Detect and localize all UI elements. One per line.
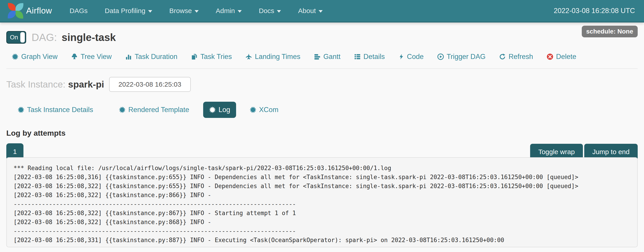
dag-tab-label: Task Duration [134, 53, 178, 61]
nav-item-dags[interactable]: DAGs [61, 0, 96, 22]
nav-item-about[interactable]: About [290, 0, 331, 22]
burst-icon [18, 107, 24, 113]
dag-view-tabs: Graph ViewTree ViewTask DurationTask Tri… [6, 53, 638, 61]
nav-item-label: About [298, 7, 316, 15]
plane-icon [245, 53, 252, 60]
dag-tab-gantt[interactable]: Gantt [314, 53, 340, 61]
nav-item-label: Data Profiling [105, 7, 146, 15]
log-line: [2022-03-08 16:25:08,322] {{taskinstance… [14, 182, 630, 191]
execution-date-input[interactable] [109, 77, 191, 92]
nav-item-label: Browse [169, 7, 192, 15]
ti-tab-label: Log [218, 106, 230, 114]
log-line: ----------------------------------------… [14, 227, 630, 236]
list-icon [354, 53, 361, 60]
dag-tab-details[interactable]: Details [354, 53, 385, 61]
chevron-down-icon [318, 10, 323, 12]
dag-name: single-task [62, 31, 116, 43]
burst-icon [250, 107, 256, 113]
refresh-icon [499, 53, 506, 60]
dag-tab-task-duration[interactable]: Task Duration [125, 53, 178, 61]
ti-tab-label: XCom [259, 106, 278, 114]
log-line: [2022-03-08 16:25:08,322] {{taskinstance… [14, 191, 630, 200]
airflow-brand-link[interactable]: Airflow [6, 1, 52, 20]
log-line: [2022-03-08 16:25:08,322] {{taskinstance… [14, 209, 630, 218]
dag-tab-label: Graph View [21, 53, 58, 61]
ti-tab-label: Rendered Template [128, 106, 189, 114]
navbar-menu: DAGsData ProfilingBrowseAdminDocsAbout [61, 0, 331, 22]
nav-item-browse[interactable]: Browse [161, 0, 207, 22]
log-line: ----------------------------------------… [14, 200, 630, 209]
nav-item-data-profiling[interactable]: Data Profiling [96, 0, 161, 22]
log-line: [2022-03-08 16:25:08,331] {{taskinstance… [14, 236, 630, 245]
log-line: [2022-03-08 16:25:08,316] {{taskinstance… [14, 173, 630, 182]
dag-tab-label: Trigger DAG [447, 53, 486, 61]
log-line: [2022-03-08 16:25:08,322] {{taskinstance… [14, 218, 630, 227]
log-line: *** Reading local file: /usr/local/airfl… [14, 164, 630, 173]
dag-tab-code[interactable]: Code [398, 53, 424, 61]
chevron-down-icon [238, 10, 242, 12]
dag-tab-label: Delete [556, 53, 576, 61]
task-name: spark-pi [68, 79, 104, 90]
nav-item-label: DAGs [70, 7, 88, 15]
ti-tab-xcom[interactable]: XCom [244, 102, 284, 118]
dag-tab-label: Tree View [80, 53, 112, 61]
utc-clock: 2022-03-08 16:28:08 UTC [554, 7, 635, 15]
burst-icon [119, 107, 126, 113]
toggle-knob [20, 32, 25, 42]
chevron-down-icon [148, 10, 152, 12]
gantt-icon [314, 53, 321, 60]
page-content: On DAG: single-task schedule: None Graph… [0, 31, 644, 247]
play-circle-icon [437, 53, 444, 60]
dag-tab-label: Landing Times [255, 53, 300, 61]
task-instance-header: Task Instance: spark-pi [6, 77, 638, 92]
dag-tab-task-tries[interactable]: Task Tries [191, 53, 232, 61]
airflow-pinwheel-logo-icon [6, 1, 25, 20]
duplicate-icon [191, 53, 198, 60]
log-output-panel: *** Reading local file: /usr/local/airfl… [6, 157, 638, 247]
task-instance-tabs: Task Instance DetailsRendered TemplateLo… [6, 102, 638, 118]
toggle-on-label: On [7, 34, 18, 41]
schedule-badge: schedule: None [582, 26, 638, 37]
dag-tab-label: Gantt [323, 53, 340, 61]
ti-tab-label: Task Instance Details [27, 106, 93, 114]
brand-label: Airflow [26, 6, 52, 15]
chevron-down-icon [194, 10, 199, 12]
dag-title-prefix: DAG: [32, 31, 57, 43]
section-divider [6, 68, 638, 69]
nav-item-docs[interactable]: Docs [250, 0, 290, 22]
nav-item-admin[interactable]: Admin [207, 0, 250, 22]
ti-tab-task-instance-details[interactable]: Task Instance Details [12, 102, 99, 118]
dag-tab-tree-view[interactable]: Tree View [71, 53, 112, 61]
top-navbar: Airflow DAGsData ProfilingBrowseAdminDoc… [0, 0, 644, 22]
log-by-attempts-heading: Log by attempts [6, 129, 638, 137]
dag-tab-label: Code [407, 53, 424, 61]
dag-tab-label: Task Tries [200, 53, 232, 61]
dag-tab-graph-view[interactable]: Graph View [12, 53, 58, 61]
ti-tab-rendered-template[interactable]: Rendered Template [113, 102, 195, 118]
tree-icon [71, 53, 78, 60]
burst-icon [209, 107, 216, 113]
dag-header: On DAG: single-task schedule: None [6, 31, 638, 44]
page-title: DAG: single-task [32, 31, 116, 43]
dag-tab-label: Refresh [508, 53, 533, 61]
flash-icon [398, 53, 404, 60]
remove-circle-icon [546, 53, 553, 60]
burst-icon [12, 53, 18, 60]
dag-tab-refresh[interactable]: Refresh [499, 53, 533, 61]
chevron-down-icon [277, 10, 281, 12]
dag-pause-toggle[interactable]: On [6, 31, 26, 44]
dag-tab-trigger-dag[interactable]: Trigger DAG [437, 53, 486, 61]
dag-tab-label: Details [364, 53, 385, 61]
nav-item-label: Admin [216, 7, 235, 15]
task-instance-label: Task Instance: [6, 79, 66, 90]
bar-chart-icon [125, 53, 132, 60]
nav-item-label: Docs [259, 7, 274, 15]
ti-tab-log[interactable]: Log [203, 102, 236, 118]
dag-tab-landing-times[interactable]: Landing Times [245, 53, 300, 61]
dag-tab-delete[interactable]: Delete [546, 53, 576, 61]
